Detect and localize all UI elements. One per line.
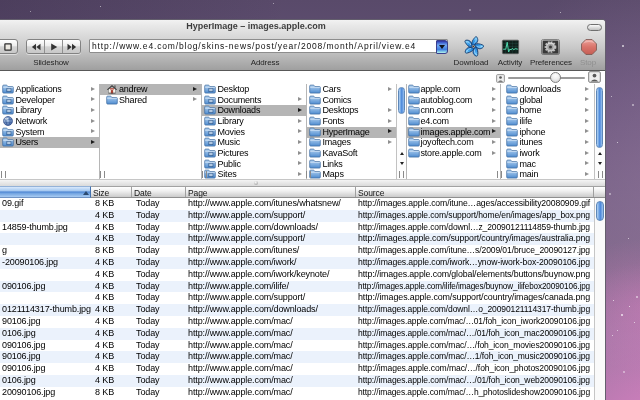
- browser-item[interactable]: Comics: [307, 95, 396, 106]
- browser-item[interactable]: images.apple.com: [407, 127, 500, 138]
- browser-item[interactable]: Desktop: [202, 84, 306, 95]
- browser-item[interactable]: main: [501, 169, 593, 179]
- column-divider[interactable]: [306, 84, 307, 179]
- browser-item[interactable]: joyoftech.com: [407, 137, 500, 148]
- browser-item[interactable]: System: [0, 127, 99, 138]
- column4-scrollbar[interactable]: [396, 84, 406, 179]
- header-date[interactable]: Date: [134, 189, 152, 198]
- address-dropdown-button[interactable]: [436, 40, 448, 54]
- browser-item[interactable]: Library: [0, 105, 99, 116]
- header-divider[interactable]: [355, 187, 356, 197]
- browser-item[interactable]: Downloads: [202, 105, 306, 116]
- browser-item[interactable]: Movies: [202, 127, 306, 138]
- thumbnail-size-slider-track[interactable]: [508, 77, 585, 79]
- table-row[interactable]: 4 KB Today http://www.apple.com/iwork/ke…: [0, 269, 605, 281]
- table-row[interactable]: 90106.jpg 4 KB Today http://www.apple.co…: [0, 351, 605, 363]
- browser-item[interactable]: ilife: [501, 116, 593, 127]
- table-scrollbar[interactable]: [594, 198, 605, 400]
- split-divider[interactable]: [0, 179, 606, 186]
- scroll-down-arrow-icon[interactable]: [400, 162, 404, 165]
- slideshow-next-button[interactable]: [63, 40, 80, 53]
- browser-item[interactable]: Pictures: [202, 148, 306, 159]
- header-page[interactable]: Page: [188, 189, 207, 198]
- column-divider[interactable]: [201, 84, 202, 179]
- browser-item[interactable]: Sites: [202, 169, 306, 179]
- column6-scrollbar-thumb[interactable]: [596, 87, 603, 148]
- browser-item[interactable]: Library: [202, 116, 306, 127]
- browser-item[interactable]: autoblog.com: [407, 95, 500, 106]
- thumbnail-size-slider-thumb[interactable]: [550, 72, 561, 83]
- scroll-down-arrow-icon[interactable]: [598, 162, 602, 165]
- browser-item[interactable]: Desktops: [307, 105, 396, 116]
- browser-item[interactable]: iphone: [501, 127, 593, 138]
- table-header-name-column[interactable]: [0, 186, 91, 198]
- browser-item[interactable]: cnn.com: [407, 105, 500, 116]
- column-resize-grip[interactable]: [598, 171, 603, 178]
- header-size[interactable]: Size: [93, 189, 109, 198]
- table-row[interactable]: -20090106.jpg 4 KB Today http://www.appl…: [0, 257, 605, 269]
- browser-item[interactable]: store.apple.com: [407, 148, 500, 159]
- toolbar-toggle-pill-button[interactable]: [587, 24, 602, 31]
- column-resize-grip[interactable]: [100, 171, 105, 178]
- browser-item[interactable]: apple.com: [407, 84, 500, 95]
- browser-item[interactable]: Users: [0, 137, 99, 148]
- browser-item[interactable]: HyperImage: [307, 127, 396, 138]
- browser-item[interactable]: Music: [202, 137, 306, 148]
- column4-scrollbar-thumb[interactable]: [398, 87, 405, 114]
- table-row[interactable]: 4 KB Today http://www.apple.com/support/…: [0, 210, 605, 222]
- browser-item[interactable]: KavaSoft: [307, 148, 396, 159]
- browser-item[interactable]: andrew: [100, 84, 201, 95]
- table-row[interactable]: 090106.jpg 4 KB Today http://www.apple.c…: [0, 363, 605, 375]
- header-source[interactable]: Source: [358, 189, 384, 198]
- column-divider[interactable]: [406, 84, 407, 179]
- browser-item[interactable]: e4.com: [407, 116, 500, 127]
- browser-item[interactable]: Public: [202, 159, 306, 170]
- column-resize-grip[interactable]: [202, 171, 207, 178]
- table-row[interactable]: g 8 KB Today http://www.apple.com/itunes…: [0, 245, 605, 257]
- table-row[interactable]: 09.gif 8 KB Today http://www.apple.com/i…: [0, 198, 605, 210]
- table-row[interactable]: 0106.jpg 4 KB Today http://www.apple.com…: [0, 375, 605, 387]
- column-resize-grip[interactable]: [399, 171, 404, 178]
- scroll-up-arrow-icon[interactable]: [598, 152, 602, 155]
- column-resize-grip[interactable]: [306, 171, 311, 178]
- column-resize-grip[interactable]: [1, 171, 6, 178]
- browser-item[interactable]: Maps: [307, 169, 396, 179]
- column-resize-grip[interactable]: [497, 171, 502, 178]
- browser-item[interactable]: Network: [0, 116, 99, 127]
- browser-item[interactable]: downloads: [501, 84, 593, 95]
- slideshow-previous-button[interactable]: [27, 40, 45, 53]
- table-row[interactable]: 0106.jpg 4 KB Today http://www.apple.com…: [0, 328, 605, 340]
- scroll-up-arrow-icon[interactable]: [400, 152, 404, 155]
- slideshow-play-button[interactable]: [45, 40, 63, 53]
- browser-item[interactable]: home: [501, 105, 593, 116]
- table-row[interactable]: 090106.jpg 4 KB Today http://www.apple.c…: [0, 340, 605, 352]
- preferences-icon[interactable]: [541, 39, 560, 55]
- header-divider[interactable]: [131, 187, 132, 197]
- table-row[interactable]: 4 KB Today http://www.apple.com/support/…: [0, 233, 605, 245]
- download-icon[interactable]: [463, 36, 484, 57]
- browser-item[interactable]: Fonts: [307, 116, 396, 127]
- browser-item[interactable]: global: [501, 95, 593, 106]
- browser-item[interactable]: Images: [307, 137, 396, 148]
- table-row[interactable]: 14859-thumb.jpg 4 KB Today http://www.ap…: [0, 222, 605, 234]
- browser-item[interactable]: Developer: [0, 95, 99, 106]
- browser-item[interactable]: itunes: [501, 137, 593, 148]
- table-row[interactable]: 4 KB Today http://www.apple.com/support/…: [0, 292, 605, 304]
- browser-item[interactable]: Cars: [307, 84, 396, 95]
- column-divider[interactable]: [99, 84, 100, 179]
- table-row[interactable]: 90106.jpg 4 KB Today http://www.apple.co…: [0, 316, 605, 328]
- browser-item[interactable]: mac: [501, 159, 593, 170]
- table-row[interactable]: 20090106.jpg 8 KB Today http://www.apple…: [0, 387, 605, 399]
- table-row[interactable]: 090106.jpg 4 KB Today http://www.apple.c…: [0, 281, 605, 293]
- activity-icon[interactable]: [501, 39, 520, 55]
- table-scrollbar-thumb[interactable]: [596, 201, 604, 221]
- table-row[interactable]: 0121114317-thumb.jpg 4 KB Today http://w…: [0, 304, 605, 316]
- browser-item[interactable]: Links: [307, 159, 396, 170]
- column6-scrollbar[interactable]: [594, 84, 605, 179]
- browser-item[interactable]: iwork: [501, 148, 593, 159]
- browser-item[interactable]: Applications: [0, 84, 99, 95]
- header-divider[interactable]: [185, 187, 186, 197]
- column-divider[interactable]: [500, 84, 501, 179]
- browser-item[interactable]: Documents: [202, 95, 306, 106]
- browser-item[interactable]: Shared: [100, 95, 201, 106]
